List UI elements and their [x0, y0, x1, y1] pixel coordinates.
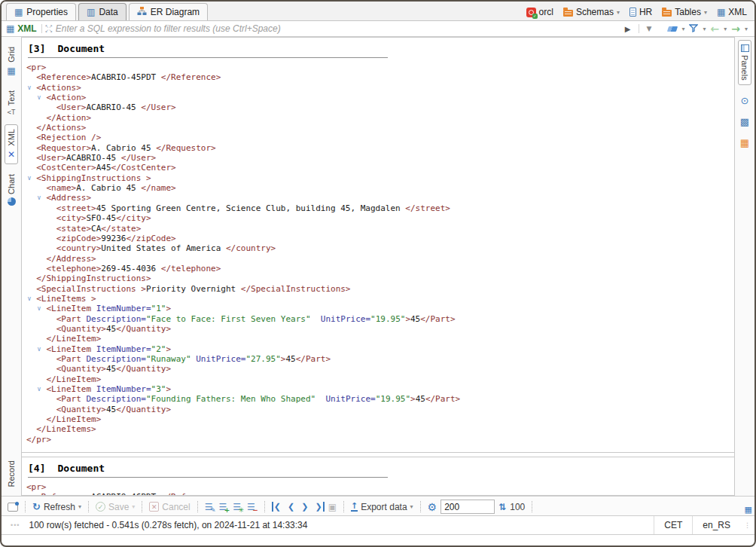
divider	[639, 24, 639, 33]
tab-label: Chart	[7, 174, 16, 194]
xml-line: <CostCenter>A45</CostCenter>	[26, 163, 728, 173]
clear-filter-icon[interactable]	[667, 26, 678, 32]
xml-line: <Quantity>45</Quantity>	[26, 324, 728, 334]
expand-icon[interactable]: ↖↗↙↘	[45, 24, 53, 33]
chevron-down-icon[interactable]: ▾	[745, 26, 748, 32]
chevron-down-icon: ▾	[617, 9, 620, 16]
divider	[41, 24, 42, 33]
database-selector[interactable]: orcl	[526, 7, 553, 17]
gear-icon[interactable]: ⚙	[428, 501, 437, 513]
refresh-button[interactable]: ↻ Refresh ▾	[32, 501, 81, 512]
apply-filter-button[interactable]: ▶	[625, 25, 631, 33]
connection-bar: orcl Schemas ▾ HR Tables ▾ ▦ XML	[523, 7, 750, 20]
editor-tab-bar: ▦ Properties ▥ Data ER Diagram orcl Sche…	[2, 2, 754, 21]
chevron-down-icon: ▾	[78, 503, 81, 510]
schema-name: HR	[639, 7, 652, 17]
fold-toggle-icon[interactable]: ∨	[38, 194, 46, 203]
fold-toggle-icon[interactable]: ∨	[38, 93, 46, 102]
tab-data[interactable]: ▥ Data	[78, 3, 127, 20]
add-row-icon[interactable]: ☰+	[218, 502, 227, 512]
open-in-editor-icon[interactable]	[8, 503, 18, 512]
xml-line: <state>CA</state>	[26, 224, 728, 234]
back-arrow-icon[interactable]: ←	[711, 23, 720, 35]
metadata-grid-icon[interactable]: ▩	[740, 116, 749, 127]
cancel-button[interactable]: ✕ Cancel	[149, 502, 190, 512]
fold-toggle-icon[interactable]: ∨	[38, 305, 46, 313]
xml-line: <country>United States of America </coun…	[26, 243, 728, 253]
presentation-tab-chart[interactable]: Chart	[5, 170, 18, 210]
chevron-down-icon[interactable]: ▾	[703, 26, 706, 32]
xml-line: <SpecialInstructions >Priority Overnight…	[26, 284, 728, 294]
status-right: CET en_RS ⋮	[654, 516, 754, 534]
timezone-indicator: CET	[654, 516, 692, 534]
tables-selector[interactable]: Tables ▾	[662, 7, 707, 17]
xml-line: <User>ACABRIO-45 </User>	[26, 153, 728, 163]
schemas-selector[interactable]: Schemas ▾	[563, 7, 620, 17]
document-header: [3]Document	[26, 41, 728, 54]
xml-line: <Part Description="Face to Face: First S…	[26, 314, 728, 324]
table-icon: ▦	[14, 7, 23, 17]
fold-toggle-icon[interactable]: ∨	[27, 174, 35, 182]
filter-actions: ▶ ▼ ▾ ▾ ← ▾ → ▾	[625, 23, 750, 35]
filters-menu-icon[interactable]	[689, 23, 698, 35]
database-name: orcl	[539, 7, 553, 17]
first-page-button[interactable]: ❮	[272, 502, 282, 512]
document-cell: [3]Document<pr> <Reference>ACABRIO-45PDT…	[22, 38, 734, 453]
fetch-segment-icon[interactable]: ⇅	[498, 502, 506, 512]
duplicate-row-icon[interactable]: ☰✳	[233, 502, 241, 512]
tab-er-diagram[interactable]: ER Diagram	[129, 3, 208, 20]
chevron-down-icon[interactable]: ▾	[724, 26, 727, 32]
value-viewer-icon[interactable]: ⊙	[741, 95, 749, 106]
fold-toggle-icon[interactable]: ∨	[27, 84, 35, 92]
er-diagram-icon	[137, 6, 147, 18]
tables-label: Tables	[675, 7, 701, 17]
xml-line: <telephone>269-45-4036 </telephone>	[26, 264, 728, 274]
tab-label: Record	[7, 460, 16, 487]
fetch-size-input[interactable]	[440, 500, 495, 514]
xml-line: </LineItem>	[26, 374, 728, 384]
chevron-down-icon: ▾	[410, 503, 413, 510]
xml-line: <pr>	[26, 482, 728, 492]
refresh-label: Refresh	[44, 502, 75, 512]
delete-row-icon[interactable]: ☰−	[247, 502, 255, 512]
tab-label: Text	[7, 90, 16, 105]
toolbar-separator	[420, 501, 421, 512]
save-button[interactable]: ✓ Save ▾	[96, 502, 135, 512]
xml-icon: ✕	[8, 149, 15, 160]
table-icon: ▦	[717, 7, 725, 17]
tab-label: Data	[99, 7, 117, 17]
chevron-down-icon[interactable]: ▾	[681, 26, 684, 32]
schema-selector[interactable]: HR	[629, 7, 652, 17]
record-mode-label[interactable]: Record	[5, 456, 18, 491]
filter-input[interactable]	[53, 23, 625, 34]
folder-icon	[563, 10, 573, 17]
entity-label[interactable]: XML	[17, 23, 36, 34]
calc-panel-icon[interactable]: ▦	[740, 137, 749, 148]
presentation-tab-grid[interactable]: Grid ▦	[5, 42, 18, 81]
presentation-tab-xml[interactable]: XML ✕	[5, 124, 18, 164]
table-selector[interactable]: ▦ XML	[717, 7, 747, 17]
toolbar-separator	[264, 501, 265, 512]
filter-history-dropdown[interactable]: ▼	[647, 25, 652, 32]
edit-value-icon[interactable]: ☰✎	[205, 502, 213, 512]
next-page-button[interactable]: ❯	[300, 502, 309, 512]
fold-toggle-icon[interactable]: ∨	[38, 385, 46, 393]
previous-page-button[interactable]: ❮	[286, 502, 296, 512]
app-window: ▦ Properties ▥ Data ER Diagram orcl Sche…	[0, 0, 756, 547]
panels-tab[interactable]: Panels	[738, 40, 751, 85]
xml-line: <Reference>ACABRIO-45PDT </Reference>	[26, 72, 728, 82]
status-message: 100 row(s) fetched - 0.541s (0.278s fetc…	[29, 520, 307, 530]
tab-properties[interactable]: ▦ Properties	[6, 3, 76, 20]
grid-corner-icon[interactable]: ▦	[745, 505, 752, 515]
fetch-all-icon[interactable]: ▣	[328, 502, 337, 512]
last-page-button[interactable]: ❯	[313, 502, 324, 512]
fold-toggle-icon[interactable]: ∨	[27, 295, 35, 303]
table-name: XML	[728, 7, 747, 17]
forward-arrow-icon[interactable]: →	[731, 23, 740, 35]
xml-line: ∨ <LineItem ItemNumber="3">	[26, 384, 728, 394]
xml-line: ∨ <Address>	[26, 193, 728, 203]
presentation-tab-text[interactable]: Text <T	[5, 86, 18, 121]
refresh-icon: ↻	[32, 501, 41, 512]
export-data-button[interactable]: ↑ Export data ▾	[351, 502, 413, 512]
fold-toggle-icon[interactable]: ∨	[38, 345, 46, 353]
